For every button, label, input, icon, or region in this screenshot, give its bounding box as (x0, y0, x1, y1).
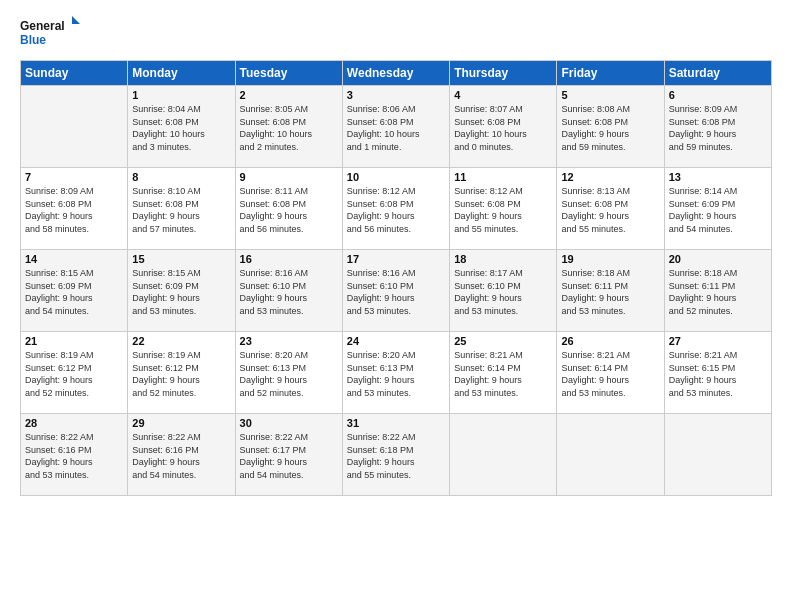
svg-text:General: General (20, 19, 65, 33)
day-number: 23 (240, 335, 338, 347)
calendar-cell: 2Sunrise: 8:05 AM Sunset: 6:08 PM Daylig… (235, 86, 342, 168)
day-number: 24 (347, 335, 445, 347)
logo-svg: General Blue (20, 16, 80, 50)
day-info: Sunrise: 8:09 AM Sunset: 6:08 PM Dayligh… (25, 185, 123, 235)
calendar-cell: 22Sunrise: 8:19 AM Sunset: 6:12 PM Dayli… (128, 332, 235, 414)
day-info: Sunrise: 8:16 AM Sunset: 6:10 PM Dayligh… (240, 267, 338, 317)
day-number: 30 (240, 417, 338, 429)
calendar-cell: 5Sunrise: 8:08 AM Sunset: 6:08 PM Daylig… (557, 86, 664, 168)
day-number: 9 (240, 171, 338, 183)
calendar-cell: 15Sunrise: 8:15 AM Sunset: 6:09 PM Dayli… (128, 250, 235, 332)
day-info: Sunrise: 8:20 AM Sunset: 6:13 PM Dayligh… (347, 349, 445, 399)
day-info: Sunrise: 8:22 AM Sunset: 6:17 PM Dayligh… (240, 431, 338, 481)
calendar-cell: 8Sunrise: 8:10 AM Sunset: 6:08 PM Daylig… (128, 168, 235, 250)
calendar-cell (664, 414, 771, 496)
day-number: 12 (561, 171, 659, 183)
svg-text:Blue: Blue (20, 33, 46, 47)
day-number: 31 (347, 417, 445, 429)
day-info: Sunrise: 8:18 AM Sunset: 6:11 PM Dayligh… (561, 267, 659, 317)
day-number: 22 (132, 335, 230, 347)
day-info: Sunrise: 8:21 AM Sunset: 6:15 PM Dayligh… (669, 349, 767, 399)
calendar-cell: 30Sunrise: 8:22 AM Sunset: 6:17 PM Dayli… (235, 414, 342, 496)
day-number: 13 (669, 171, 767, 183)
day-info: Sunrise: 8:13 AM Sunset: 6:08 PM Dayligh… (561, 185, 659, 235)
weekday-header-wednesday: Wednesday (342, 61, 449, 86)
calendar-cell: 18Sunrise: 8:17 AM Sunset: 6:10 PM Dayli… (450, 250, 557, 332)
calendar-cell: 19Sunrise: 8:18 AM Sunset: 6:11 PM Dayli… (557, 250, 664, 332)
weekday-header-sunday: Sunday (21, 61, 128, 86)
calendar-cell: 17Sunrise: 8:16 AM Sunset: 6:10 PM Dayli… (342, 250, 449, 332)
header: General Blue (20, 16, 772, 50)
calendar-cell: 21Sunrise: 8:19 AM Sunset: 6:12 PM Dayli… (21, 332, 128, 414)
day-number: 25 (454, 335, 552, 347)
day-info: Sunrise: 8:08 AM Sunset: 6:08 PM Dayligh… (561, 103, 659, 153)
calendar-cell: 27Sunrise: 8:21 AM Sunset: 6:15 PM Dayli… (664, 332, 771, 414)
day-info: Sunrise: 8:19 AM Sunset: 6:12 PM Dayligh… (25, 349, 123, 399)
calendar-cell: 31Sunrise: 8:22 AM Sunset: 6:18 PM Dayli… (342, 414, 449, 496)
day-number: 28 (25, 417, 123, 429)
day-info: Sunrise: 8:15 AM Sunset: 6:09 PM Dayligh… (25, 267, 123, 317)
day-info: Sunrise: 8:09 AM Sunset: 6:08 PM Dayligh… (669, 103, 767, 153)
calendar-table: SundayMondayTuesdayWednesdayThursdayFrid… (20, 60, 772, 496)
day-number: 4 (454, 89, 552, 101)
calendar-cell (21, 86, 128, 168)
calendar-cell: 3Sunrise: 8:06 AM Sunset: 6:08 PM Daylig… (342, 86, 449, 168)
day-info: Sunrise: 8:22 AM Sunset: 6:16 PM Dayligh… (25, 431, 123, 481)
weekday-header-row: SundayMondayTuesdayWednesdayThursdayFrid… (21, 61, 772, 86)
day-info: Sunrise: 8:12 AM Sunset: 6:08 PM Dayligh… (454, 185, 552, 235)
calendar-cell (557, 414, 664, 496)
day-number: 17 (347, 253, 445, 265)
day-info: Sunrise: 8:21 AM Sunset: 6:14 PM Dayligh… (561, 349, 659, 399)
calendar-cell: 7Sunrise: 8:09 AM Sunset: 6:08 PM Daylig… (21, 168, 128, 250)
calendar-week-row: 28Sunrise: 8:22 AM Sunset: 6:16 PM Dayli… (21, 414, 772, 496)
calendar-body: 1Sunrise: 8:04 AM Sunset: 6:08 PM Daylig… (21, 86, 772, 496)
calendar-cell: 1Sunrise: 8:04 AM Sunset: 6:08 PM Daylig… (128, 86, 235, 168)
day-info: Sunrise: 8:10 AM Sunset: 6:08 PM Dayligh… (132, 185, 230, 235)
calendar-cell: 9Sunrise: 8:11 AM Sunset: 6:08 PM Daylig… (235, 168, 342, 250)
day-info: Sunrise: 8:20 AM Sunset: 6:13 PM Dayligh… (240, 349, 338, 399)
day-number: 20 (669, 253, 767, 265)
calendar-cell: 13Sunrise: 8:14 AM Sunset: 6:09 PM Dayli… (664, 168, 771, 250)
calendar-cell: 25Sunrise: 8:21 AM Sunset: 6:14 PM Dayli… (450, 332, 557, 414)
day-info: Sunrise: 8:14 AM Sunset: 6:09 PM Dayligh… (669, 185, 767, 235)
day-number: 3 (347, 89, 445, 101)
day-number: 8 (132, 171, 230, 183)
calendar-cell: 16Sunrise: 8:16 AM Sunset: 6:10 PM Dayli… (235, 250, 342, 332)
day-number: 26 (561, 335, 659, 347)
calendar-cell: 6Sunrise: 8:09 AM Sunset: 6:08 PM Daylig… (664, 86, 771, 168)
day-info: Sunrise: 8:12 AM Sunset: 6:08 PM Dayligh… (347, 185, 445, 235)
day-info: Sunrise: 8:04 AM Sunset: 6:08 PM Dayligh… (132, 103, 230, 153)
day-number: 14 (25, 253, 123, 265)
day-number: 18 (454, 253, 552, 265)
calendar-cell (450, 414, 557, 496)
day-number: 21 (25, 335, 123, 347)
calendar-cell: 12Sunrise: 8:13 AM Sunset: 6:08 PM Dayli… (557, 168, 664, 250)
weekday-header-monday: Monday (128, 61, 235, 86)
day-number: 19 (561, 253, 659, 265)
day-info: Sunrise: 8:06 AM Sunset: 6:08 PM Dayligh… (347, 103, 445, 153)
calendar-week-row: 14Sunrise: 8:15 AM Sunset: 6:09 PM Dayli… (21, 250, 772, 332)
day-info: Sunrise: 8:05 AM Sunset: 6:08 PM Dayligh… (240, 103, 338, 153)
calendar-cell: 20Sunrise: 8:18 AM Sunset: 6:11 PM Dayli… (664, 250, 771, 332)
day-info: Sunrise: 8:11 AM Sunset: 6:08 PM Dayligh… (240, 185, 338, 235)
day-number: 6 (669, 89, 767, 101)
calendar-week-row: 7Sunrise: 8:09 AM Sunset: 6:08 PM Daylig… (21, 168, 772, 250)
day-info: Sunrise: 8:18 AM Sunset: 6:11 PM Dayligh… (669, 267, 767, 317)
day-number: 5 (561, 89, 659, 101)
day-info: Sunrise: 8:15 AM Sunset: 6:09 PM Dayligh… (132, 267, 230, 317)
day-number: 10 (347, 171, 445, 183)
logo: General Blue (20, 16, 80, 50)
calendar-week-row: 1Sunrise: 8:04 AM Sunset: 6:08 PM Daylig… (21, 86, 772, 168)
calendar-cell: 29Sunrise: 8:22 AM Sunset: 6:16 PM Dayli… (128, 414, 235, 496)
weekday-header-tuesday: Tuesday (235, 61, 342, 86)
calendar-cell: 4Sunrise: 8:07 AM Sunset: 6:08 PM Daylig… (450, 86, 557, 168)
day-number: 2 (240, 89, 338, 101)
day-info: Sunrise: 8:17 AM Sunset: 6:10 PM Dayligh… (454, 267, 552, 317)
calendar-cell: 11Sunrise: 8:12 AM Sunset: 6:08 PM Dayli… (450, 168, 557, 250)
day-info: Sunrise: 8:22 AM Sunset: 6:18 PM Dayligh… (347, 431, 445, 481)
calendar-week-row: 21Sunrise: 8:19 AM Sunset: 6:12 PM Dayli… (21, 332, 772, 414)
svg-marker-1 (72, 16, 80, 24)
weekday-header-friday: Friday (557, 61, 664, 86)
calendar-cell: 28Sunrise: 8:22 AM Sunset: 6:16 PM Dayli… (21, 414, 128, 496)
day-number: 15 (132, 253, 230, 265)
